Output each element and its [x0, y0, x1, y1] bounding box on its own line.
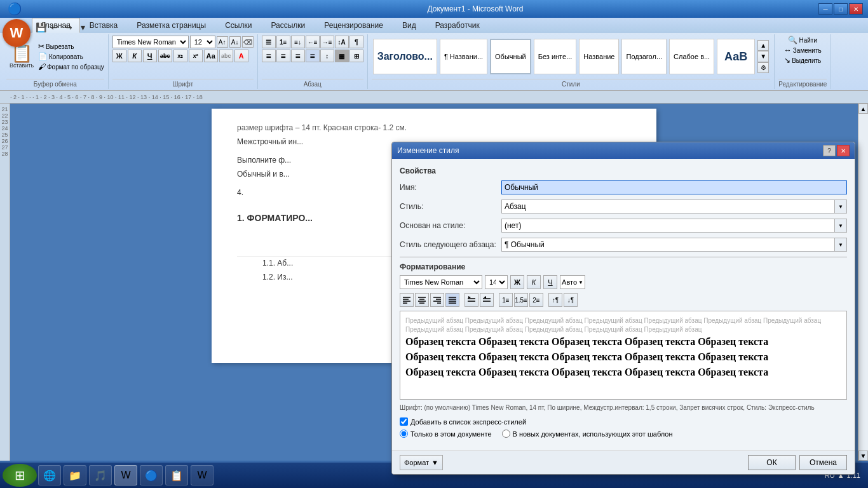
dialog-underline-button[interactable]: Ч	[543, 275, 557, 289]
increase-font-button[interactable]: A↑	[217, 36, 228, 48]
cancel-button[interactable]: Отмена	[799, 455, 847, 470]
copy-button[interactable]: 📄 Копировать	[38, 52, 104, 61]
font-color-button[interactable]: А	[234, 50, 248, 62]
format-painter-button[interactable]: 🖌 Формат по образцу	[38, 62, 104, 71]
select-button[interactable]: ↘Выделить	[784, 56, 821, 65]
replace-button[interactable]: ↔Заменить	[784, 46, 822, 55]
tab-developer[interactable]: Разработчик	[426, 18, 489, 33]
based-on-select[interactable]: (нет)	[501, 219, 834, 233]
highlight-button[interactable]: abc	[219, 50, 233, 62]
styles-scroll-down[interactable]: ▼	[757, 51, 769, 62]
align-left-button[interactable]: ≡	[262, 50, 276, 62]
new-docs-label[interactable]: В новых документах, использующих этот ша…	[513, 430, 673, 438]
name-input[interactable]	[501, 180, 847, 194]
increase-indent-button[interactable]: →≡	[320, 36, 334, 48]
close-button[interactable]: ✕	[849, 3, 863, 15]
styles-scroll-up[interactable]: ▲	[757, 40, 769, 51]
next-style-dropdown[interactable]: ▼	[834, 238, 847, 252]
dialog-close-button[interactable]: ✕	[837, 145, 850, 156]
taskbar-ie-button[interactable]: 🌐	[38, 465, 61, 485]
express-styles-checkbox[interactable]	[400, 417, 408, 426]
taskbar-extra1-button[interactable]: 📋	[165, 465, 188, 485]
style-subtitle[interactable]: Подзагол...	[621, 39, 667, 74]
new-docs-radio[interactable]	[502, 430, 510, 438]
next-style-select[interactable]: ¶ Обычный	[501, 238, 834, 252]
this-doc-radio[interactable]	[400, 430, 408, 438]
align-justify-button[interactable]: ≡	[306, 50, 320, 62]
ok-button[interactable]: ОК	[748, 455, 796, 470]
bold-button[interactable]: Ж	[112, 50, 126, 62]
tab-references[interactable]: Ссылки	[215, 18, 261, 33]
this-doc-label[interactable]: Только в этом документе	[410, 430, 492, 438]
dialog-bold-button[interactable]: Ж	[510, 275, 524, 289]
start-button[interactable]: ⊞	[3, 464, 37, 487]
align-right-button[interactable]: ≡	[291, 50, 305, 62]
style-name[interactable]: Название	[579, 39, 619, 74]
style-more[interactable]: АаВ	[717, 39, 755, 74]
quick-redo-button[interactable]: ↪	[62, 22, 75, 33]
quick-save-button[interactable]: 💾	[34, 22, 47, 33]
single-space-btn[interactable]: 1≡	[499, 293, 513, 307]
quick-customize-button[interactable]: ▾	[76, 22, 89, 33]
align-right-btn[interactable]	[430, 293, 444, 307]
align-left-btn[interactable]	[400, 293, 414, 307]
change-case-button[interactable]: Аа	[204, 50, 218, 62]
space-after-btn[interactable]: ↓¶	[564, 293, 578, 307]
dialog-font-size-select[interactable]: 14	[485, 275, 508, 289]
cut-button[interactable]: ✂ Вырезать	[38, 42, 104, 51]
style-title[interactable]: ¶ Названи...	[440, 39, 487, 74]
tab-view[interactable]: Вид	[393, 18, 426, 33]
indent-btn[interactable]	[465, 293, 478, 307]
format-dropdown-button[interactable]: Формат ▼	[400, 455, 443, 470]
find-button[interactable]: 🔍Найти	[788, 36, 817, 44]
taskbar-folder-button[interactable]: 📁	[64, 465, 86, 485]
style-type-select[interactable]: Абзац	[501, 200, 834, 214]
bullets-button[interactable]: ☰	[262, 36, 276, 48]
decrease-font-button[interactable]: A↓	[229, 36, 241, 48]
dialog-italic-button[interactable]: К	[527, 275, 541, 289]
dialog-color-button[interactable]: Авто ▼	[560, 275, 585, 289]
multilevel-button[interactable]: ≡↓	[291, 36, 305, 48]
sort-button[interactable]: ↕A	[335, 36, 349, 48]
taskbar-word-button[interactable]: W	[114, 465, 137, 485]
clear-format-button[interactable]: ⌫	[242, 36, 254, 48]
double-space-btn[interactable]: 2≡	[529, 293, 543, 307]
office-button[interactable]: W	[3, 19, 31, 47]
one-half-space-btn[interactable]: 1.5≡	[514, 293, 528, 307]
strikethrough-button[interactable]: abc	[158, 50, 172, 62]
tab-mailings[interactable]: Рассылки	[261, 18, 315, 33]
align-justify-btn[interactable]	[445, 293, 459, 307]
space-before-btn[interactable]: ↑¶	[548, 293, 562, 307]
style-subtle-emph[interactable]: Слабое в...	[669, 39, 714, 74]
align-center-button[interactable]: ≡	[276, 50, 290, 62]
style-heading[interactable]: Заголово...	[373, 39, 437, 74]
italic-button[interactable]: К	[128, 50, 142, 62]
show-formatting-button[interactable]: ¶	[349, 36, 363, 48]
shading-button[interactable]: ▦	[335, 50, 349, 62]
line-spacing-button[interactable]: ↕	[320, 50, 334, 62]
outdent-btn[interactable]	[480, 293, 494, 307]
superscript-button[interactable]: x²	[189, 50, 203, 62]
font-size-select[interactable]: 12	[190, 36, 215, 48]
minimize-button[interactable]: ─	[818, 3, 832, 15]
style-type-dropdown[interactable]: ▼	[834, 200, 847, 214]
underline-button[interactable]: Ч	[143, 50, 157, 62]
dialog-font-select[interactable]: Times New Roman	[400, 275, 482, 289]
maximize-button[interactable]: □	[834, 3, 848, 15]
taskbar-wmp-button[interactable]: 🎵	[89, 465, 112, 485]
taskbar-chrome-button[interactable]: 🔵	[140, 465, 163, 485]
tab-layout[interactable]: Разметка страницы	[127, 18, 215, 33]
style-normal[interactable]: Обычный	[490, 39, 531, 74]
based-on-dropdown[interactable]: ▼	[834, 219, 847, 233]
dialog-help-button[interactable]: ?	[823, 145, 836, 156]
decrease-indent-button[interactable]: ←≡	[306, 36, 320, 48]
borders-button[interactable]: ⊞	[349, 50, 363, 62]
tab-review[interactable]: Рецензирование	[315, 18, 393, 33]
align-center-btn[interactable]	[415, 293, 429, 307]
font-name-select[interactable]: Times New Roman	[112, 36, 189, 48]
quick-undo-button[interactable]: ↩	[48, 22, 61, 33]
express-styles-label[interactable]: Добавить в список экспресс-стилей	[410, 418, 526, 426]
numbering-button[interactable]: 1≡	[276, 36, 290, 48]
taskbar-extra2-button[interactable]: W	[191, 465, 214, 485]
change-styles-button[interactable]: ⚙	[757, 62, 769, 73]
